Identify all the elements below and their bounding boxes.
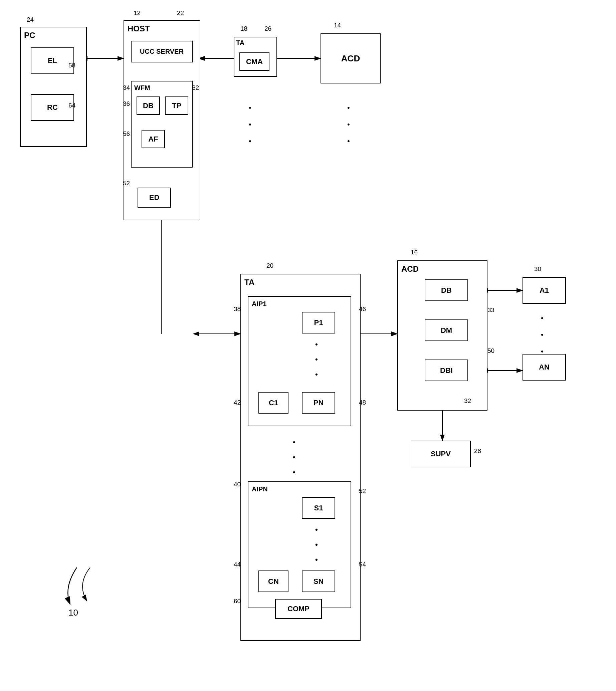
ta-dots-3: •: [293, 468, 295, 477]
el-label: EL: [48, 57, 57, 65]
an-box: AN: [523, 354, 566, 381]
ta-top-box: TA CMA: [234, 37, 277, 77]
ref-30: 30: [534, 265, 541, 273]
ed-label: ED: [149, 193, 160, 202]
aip1-label: AIP1: [252, 300, 266, 308]
el-box: EL: [31, 47, 74, 74]
ref-58: 58: [68, 62, 75, 69]
pn-box: PN: [302, 392, 335, 414]
ref-20: 20: [266, 262, 273, 269]
ref-54: 54: [359, 561, 366, 568]
aip1-box: AIP1 P1 • • • C1 PN: [248, 296, 351, 426]
a-dots-1: •: [541, 314, 544, 322]
ref-46: 46: [359, 306, 366, 313]
host-label: HOST: [128, 24, 150, 34]
cma-label: CMA: [246, 58, 263, 66]
ucc-server-box: UCC SERVER: [131, 41, 193, 62]
cma-box: CMA: [239, 52, 269, 71]
db-acd-box: DB: [425, 280, 468, 301]
dots-3: •: [249, 137, 251, 146]
dots-1: •: [249, 104, 251, 112]
cn-box: CN: [259, 571, 288, 592]
s1-box: S1: [302, 497, 335, 519]
supv-box: SUPV: [411, 441, 471, 467]
ref-48: 48: [359, 399, 366, 406]
db-acd-label: DB: [441, 286, 452, 295]
db-wfm-box: DB: [136, 96, 160, 115]
ref-16: 16: [411, 249, 418, 256]
aipn-box: AIPN S1 • • • CN SN COMP: [248, 481, 351, 608]
acd-right-box: ACD DB DM DBI: [397, 260, 487, 410]
ref-50: 50: [487, 347, 494, 355]
ucc-server-label: UCC SERVER: [140, 48, 184, 55]
pc-label: PC: [24, 31, 35, 40]
dots-2: •: [249, 120, 251, 129]
aip1-dots-3: •: [315, 370, 318, 379]
rc-box: RC: [31, 94, 74, 121]
p1-box: P1: [302, 312, 335, 333]
db-wfm-label: DB: [143, 102, 154, 110]
ref-40: 40: [234, 481, 241, 488]
aip1-dots-2: •: [315, 355, 318, 364]
aipn-dots-2: •: [315, 540, 318, 549]
ref-52-s1: 52: [359, 487, 366, 495]
cn-label: CN: [268, 577, 279, 586]
pn-label: PN: [313, 399, 324, 407]
sn-label: SN: [313, 577, 324, 586]
dots-4: •: [347, 104, 350, 112]
aip1-dots-1: •: [315, 340, 318, 349]
p1-label: P1: [314, 318, 323, 327]
ref-60: 60: [234, 598, 241, 605]
a1-label: A1: [540, 286, 549, 295]
ref-56: 56: [123, 130, 130, 137]
acd-top-box: ACD: [321, 34, 381, 84]
af-label: AF: [148, 135, 158, 143]
dbi-box: DBI: [425, 359, 468, 381]
pc-box: PC EL RC: [20, 27, 87, 147]
comp-label: COMP: [287, 605, 309, 613]
ref-22: 22: [177, 9, 184, 17]
ta-main-box: TA AIP1 P1 • • • C1 PN • • • AI: [240, 274, 360, 641]
ref-32: 32: [464, 397, 471, 405]
aipn-dots-3: •: [315, 555, 318, 564]
a-dots-2: •: [541, 331, 544, 339]
acd-top-label: ACD: [341, 53, 360, 64]
ref-38: 38: [234, 306, 241, 313]
ta-top-label: TA: [236, 39, 244, 47]
ref-28: 28: [474, 447, 481, 455]
ref-33: 33: [487, 307, 494, 314]
ref-44: 44: [234, 561, 241, 568]
ta-dots-2: •: [293, 453, 295, 462]
c1-label: C1: [269, 399, 278, 407]
host-box: HOST UCC SERVER WFM DB TP AF ED: [124, 20, 200, 220]
ref-10: 10: [68, 607, 78, 618]
s1-label: S1: [314, 504, 323, 512]
c1-box: C1: [259, 392, 288, 414]
ref-64: 64: [68, 102, 75, 109]
dots-5: •: [347, 120, 350, 129]
comp-box: COMP: [275, 599, 322, 619]
ref-10-arrow: [50, 561, 90, 614]
diagram: PC EL RC 24 58 64 HOST UCC SERVER WFM DB: [0, 0, 616, 691]
tp-label: TP: [172, 102, 181, 110]
an-label: AN: [539, 363, 550, 372]
sn-box: SN: [302, 571, 335, 592]
dm-label: DM: [441, 326, 452, 335]
ta-main-label: TA: [244, 278, 255, 287]
aipn-dots-1: •: [315, 526, 318, 534]
wfm-box: WFM DB TP AF: [131, 81, 193, 168]
ref-14: 14: [334, 22, 341, 29]
dbi-label: DBI: [440, 366, 453, 375]
ref-34: 34: [123, 84, 130, 91]
dots-6: •: [347, 137, 350, 146]
af-box: AF: [141, 130, 165, 148]
acd-right-label: ACD: [401, 264, 419, 274]
supv-label: SUPV: [431, 450, 451, 458]
ref-18: 18: [240, 25, 247, 32]
ref-12: 12: [134, 9, 140, 17]
a1-box: A1: [523, 277, 566, 304]
rc-label: RC: [47, 103, 58, 112]
ref-26: 26: [264, 25, 271, 32]
ta-dots-1: •: [293, 438, 295, 447]
ed-box: ED: [137, 187, 171, 208]
